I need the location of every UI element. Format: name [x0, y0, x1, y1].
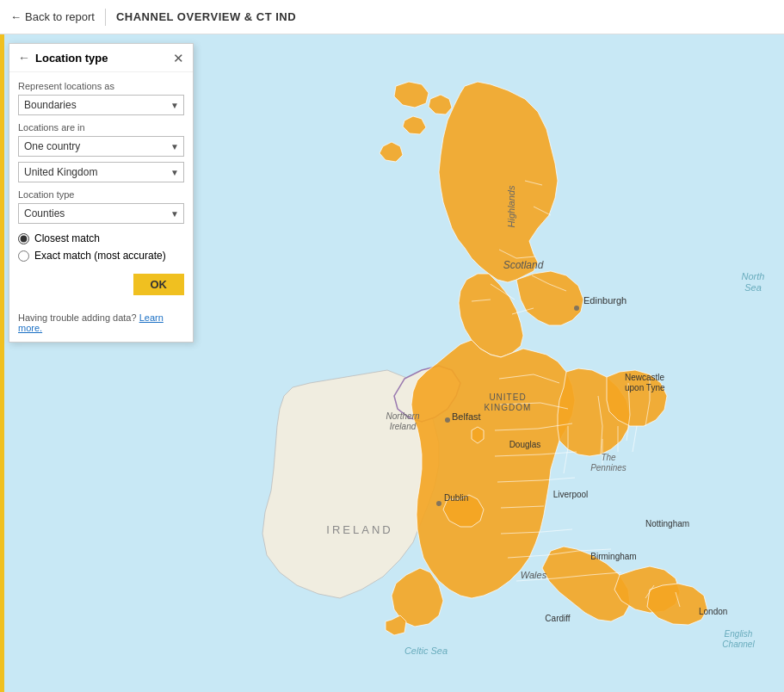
represent-select-wrapper: Boundaries Points ▼: [18, 95, 184, 115]
locations-in-select[interactable]: One country Multiple countries World: [18, 136, 184, 157]
header: ← Back to report CHANNEL OVERVIEW & CT I…: [0, 0, 784, 34]
closest-match-input[interactable]: [18, 233, 29, 244]
svg-point-42: [436, 501, 441, 506]
closest-match-label: Closest match: [34, 232, 100, 244]
panel-header-left: ← Location type: [18, 51, 108, 65]
svg-text:Highlands: Highlands: [506, 185, 516, 227]
svg-text:Celtic Sea: Celtic Sea: [404, 646, 448, 656]
svg-text:Birmingham: Birmingham: [590, 552, 636, 561]
match-radio-group: Closest match Exact match (most accurate…: [18, 232, 184, 262]
map-area: Highlands Scotland Edinburgh Newcastle u…: [0, 34, 784, 692]
represent-select[interactable]: Boundaries Points: [18, 95, 184, 115]
svg-text:English: English: [725, 629, 753, 639]
svg-text:London: London: [699, 607, 727, 616]
svg-point-44: [574, 306, 579, 311]
location-type-select[interactable]: Counties Regions Cities Postcodes: [18, 203, 184, 224]
svg-point-43: [445, 417, 450, 423]
country-select-wrapper: United Kingdom United States France Germ…: [18, 162, 184, 182]
svg-text:Dublin: Dublin: [444, 493, 468, 503]
closest-match-radio[interactable]: Closest match: [18, 232, 184, 244]
ok-row: OK: [18, 274, 184, 295]
panel-close-icon[interactable]: ✕: [173, 52, 184, 65]
svg-text:Newcastle: Newcastle: [625, 373, 665, 382]
location-type-select-wrapper: Counties Regions Cities Postcodes ▼: [18, 203, 184, 224]
back-arrow-icon: ←: [10, 10, 22, 23]
ok-button[interactable]: OK: [133, 274, 185, 295]
location-type-panel: ← Location type ✕ Represent locations as…: [9, 43, 194, 343]
locations-in-select-wrapper: One country Multiple countries World ▼: [18, 136, 184, 157]
svg-text:Pennines: Pennines: [590, 463, 627, 473]
panel-back-arrow-icon[interactable]: ←: [18, 51, 30, 65]
exact-match-label: Exact match (most accurate): [34, 250, 166, 262]
exact-match-input[interactable]: [18, 250, 29, 262]
svg-text:Cardiff: Cardiff: [545, 614, 570, 623]
panel-header: ← Location type ✕: [9, 44, 193, 72]
svg-text:The: The: [601, 453, 616, 462]
country-select[interactable]: United Kingdom United States France Germ…: [18, 162, 184, 182]
locations-in-label: Locations are in: [18, 122, 184, 133]
trouble-text-area: Having trouble adding data? Learn more.: [9, 312, 193, 342]
svg-text:Nottingham: Nottingham: [645, 519, 689, 528]
page-title: CHANNEL OVERVIEW & CT IND: [116, 10, 296, 23]
svg-text:upon Tyne: upon Tyne: [625, 383, 665, 392]
svg-text:Liverpool: Liverpool: [553, 490, 589, 499]
back-to-report-link[interactable]: ← Back to report: [10, 10, 95, 23]
svg-text:Edinburgh: Edinburgh: [583, 295, 627, 306]
svg-text:Scotland: Scotland: [503, 259, 544, 271]
exact-match-radio[interactable]: Exact match (most accurate): [18, 250, 184, 262]
represent-label: Represent locations as: [18, 81, 184, 91]
svg-text:Douglas: Douglas: [509, 440, 541, 449]
svg-text:KINGDOM: KINGDOM: [485, 403, 532, 412]
svg-text:Channel: Channel: [722, 639, 755, 649]
svg-text:Northern: Northern: [386, 411, 420, 421]
svg-text:IRELAND: IRELAND: [326, 523, 392, 536]
svg-text:UNITED: UNITED: [489, 392, 526, 402]
svg-text:North: North: [742, 271, 765, 281]
svg-text:Belfast: Belfast: [452, 411, 481, 422]
yellow-bar: [0, 34, 4, 692]
trouble-text-label: Having trouble adding data?: [18, 312, 137, 323]
header-divider: [105, 9, 106, 26]
svg-text:Wales: Wales: [521, 570, 547, 580]
panel-body: Represent locations as Boundaries Points…: [9, 72, 193, 304]
location-type-label: Location type: [18, 189, 184, 200]
panel-title: Location type: [35, 52, 108, 65]
svg-text:Ireland: Ireland: [390, 422, 417, 431]
back-label: Back to report: [25, 10, 95, 23]
svg-text:Sea: Sea: [744, 282, 762, 293]
